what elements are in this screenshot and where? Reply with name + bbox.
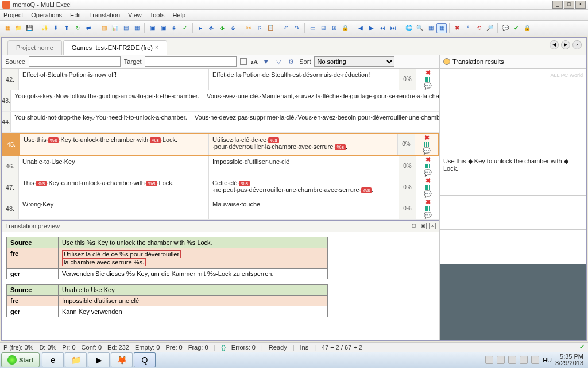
task-ie[interactable]: e [42, 352, 64, 367]
tray-icon-5[interactable] [531, 356, 539, 364]
tray-icon-2[interactable] [497, 356, 505, 364]
results-box-3[interactable] [440, 195, 586, 230]
tag-icon[interactable]: ⬘ [206, 23, 216, 33]
tray-lang[interactable]: HU [543, 356, 552, 363]
source-filter-input[interactable] [29, 56, 121, 67]
comment-bubble-icon[interactable]: 💬 [424, 169, 432, 177]
replace-icon[interactable]: ⟲ [474, 23, 484, 33]
source-cell[interactable]: Effect·of·Stealth·Potion·is·now·off! [19, 69, 209, 90]
menu-translation[interactable]: Translation [89, 12, 120, 18]
preview-pin-icon[interactable]: ▢ [411, 223, 417, 229]
source-cell[interactable]: Wrong·Key [19, 198, 209, 219]
tab-document[interactable]: Games_test-EN-FR2DE (fre)× [63, 40, 167, 55]
menu-edit[interactable]: Edit [70, 12, 81, 18]
paste-icon[interactable]: 📋 [265, 23, 276, 33]
tray-clock[interactable]: 5:35 PM3/29/2013 [555, 354, 583, 366]
target-cell[interactable]: Effet·de·la·Potion·de·Stealth·est·désorm… [209, 69, 399, 90]
tray-icon-4[interactable] [520, 356, 528, 364]
nav3-icon[interactable]: ⏮ [377, 23, 388, 33]
segment-row[interactable]: 47.This·%s·Key·cannot·unlock·a·chamber·w… [2, 177, 439, 198]
nav2-icon[interactable]: ▶ [366, 23, 377, 33]
copy-icon[interactable]: ⎘ [254, 23, 265, 33]
confirm-icon[interactable]: ✓ [180, 23, 190, 33]
cut-icon[interactable]: ✂ [243, 23, 254, 33]
copy-src-icon[interactable]: ▸ [195, 23, 206, 33]
join-icon[interactable]: ⊟ [318, 23, 328, 33]
source-cell[interactable]: You·should·not·drop·the·key.·You·need·it… [11, 112, 191, 132]
task-explorer[interactable]: 📁 [65, 352, 87, 367]
refresh-icon[interactable]: ↻ [72, 23, 83, 33]
source-cell[interactable]: You·got·a·key.·Now·follow·the·guiding·ar… [11, 90, 203, 111]
menu-project[interactable]: Project [3, 12, 23, 18]
save-icon[interactable]: 💾 [24, 23, 34, 33]
pretranslate2-icon[interactable]: ▣ [158, 23, 168, 33]
source-cell[interactable]: This·%s·Key·cannot·unlock·a·chamber·with… [19, 177, 209, 198]
tab-next-icon[interactable]: ▶ [561, 40, 570, 49]
spell-icon[interactable]: ᴬ [463, 23, 473, 33]
globe-icon[interactable]: 🌐 [404, 23, 414, 33]
wizard-icon[interactable]: ✨ [40, 23, 50, 33]
comment-bubble-icon[interactable]: 💬 [423, 147, 431, 155]
target-cell[interactable]: Mauvaise·touche [209, 198, 399, 219]
results-box-1[interactable]: ALL PC World [440, 69, 586, 155]
analysis-icon[interactable]: ▦ [131, 23, 142, 33]
sort-select[interactable]: No sorting [314, 56, 394, 67]
target-cell[interactable]: Vous·avez·une·clé.·Maintenant,·suivez·la… [203, 90, 439, 111]
menu-tools[interactable]: Tools [150, 12, 165, 18]
stats-icon[interactable]: ▥ [99, 23, 109, 33]
lock-icon[interactable]: 🔒 [340, 23, 350, 33]
menu-view[interactable]: View [128, 12, 142, 18]
menu-operations[interactable]: Operations [31, 12, 62, 18]
pretranslate-icon[interactable]: ▣ [147, 23, 157, 33]
target-cell[interactable]: Vous·ne·devez·pas·supprimer·la·clé.·Vous… [191, 112, 439, 132]
locked-icon[interactable]: 🔒 [522, 23, 532, 33]
comment-icon[interactable]: 💬 [500, 23, 510, 33]
active-view-icon[interactable]: ▦ [436, 23, 447, 33]
close-button[interactable]: × [575, 1, 586, 9]
target-cell[interactable]: Cette·clé·%s·ne·peut·pas·déverrouiller·u… [209, 177, 399, 198]
nav4-icon[interactable]: ⏭ [388, 23, 399, 33]
find-icon[interactable]: 🔎 [485, 23, 495, 33]
segment-row[interactable]: 43.You·got·a·key.·Now·follow·the·guiding… [2, 90, 439, 112]
results-suggestion[interactable]: Use this ◆ Key to unlock the chamber wit… [440, 155, 586, 195]
comment-bubble-icon[interactable]: 💬 [424, 82, 432, 90]
chart-icon[interactable]: 📊 [110, 23, 120, 33]
report-icon[interactable]: ▤ [121, 23, 131, 33]
start-button[interactable]: Start [1, 352, 40, 367]
results-box-4[interactable] [440, 230, 586, 264]
target-cell[interactable]: Utilisez·la·clé·de·ce·%s·pour·déverrouil… [209, 134, 398, 155]
segment-row[interactable]: 42.Effect·of·Stealth·Potion·is·now·off!E… [2, 69, 439, 90]
open-icon[interactable]: 📁 [13, 23, 24, 33]
maximize-button[interactable]: □ [564, 1, 574, 9]
filter-icon[interactable]: ▼ [261, 57, 270, 66]
tray-icon-3[interactable] [508, 356, 516, 364]
tab-project-home[interactable]: Project home [7, 40, 62, 55]
source-cell[interactable]: Use·this·%s·Key·to·unlock·the·chamber·wi… [20, 134, 209, 155]
split-icon[interactable]: ⊞ [329, 23, 339, 33]
qa-icon[interactable]: ✖ [452, 23, 462, 33]
minimize-button[interactable]: _ [552, 1, 563, 9]
tag3-icon[interactable]: ⬙ [228, 23, 238, 33]
segment-row[interactable]: 44.You·should·not·drop·the·key.·You·need… [2, 112, 439, 133]
task-memoq[interactable]: Q [134, 352, 156, 367]
concordance-icon[interactable]: 🔍 [415, 23, 425, 33]
target-filter-input[interactable] [145, 56, 237, 67]
import-icon[interactable]: ⬇ [51, 23, 61, 33]
new-icon[interactable]: ▦ [2, 23, 13, 33]
approve-icon[interactable]: ✔ [511, 23, 521, 33]
menu-help[interactable]: Help [172, 12, 185, 18]
tab-prev-icon[interactable]: ◀ [550, 40, 559, 49]
filter-adv-icon[interactable]: ⚙ [287, 57, 296, 66]
task-media[interactable]: ▶ [88, 352, 110, 367]
comment-bubble-icon[interactable]: 💬 [424, 212, 432, 219]
undo-icon[interactable]: ↶ [281, 23, 291, 33]
translation-grid[interactable]: 42.Effect·of·Stealth·Potion·is·now·off!E… [2, 69, 439, 220]
preview-close-icon[interactable]: × [429, 223, 436, 229]
redo-icon[interactable]: ↷ [292, 23, 302, 33]
preview-undock-icon[interactable]: ▣ [420, 223, 427, 229]
source-cell[interactable]: Unable·to·Use·Key [19, 156, 209, 177]
segment-row[interactable]: 45.Use·this·%s·Key·to·unlock·the·chamber… [2, 133, 439, 156]
pretranslate3-icon[interactable]: ◈ [169, 23, 179, 33]
filter-clear-icon[interactable]: ▽ [274, 57, 283, 66]
tab-close-icon[interactable]: × [572, 40, 582, 49]
